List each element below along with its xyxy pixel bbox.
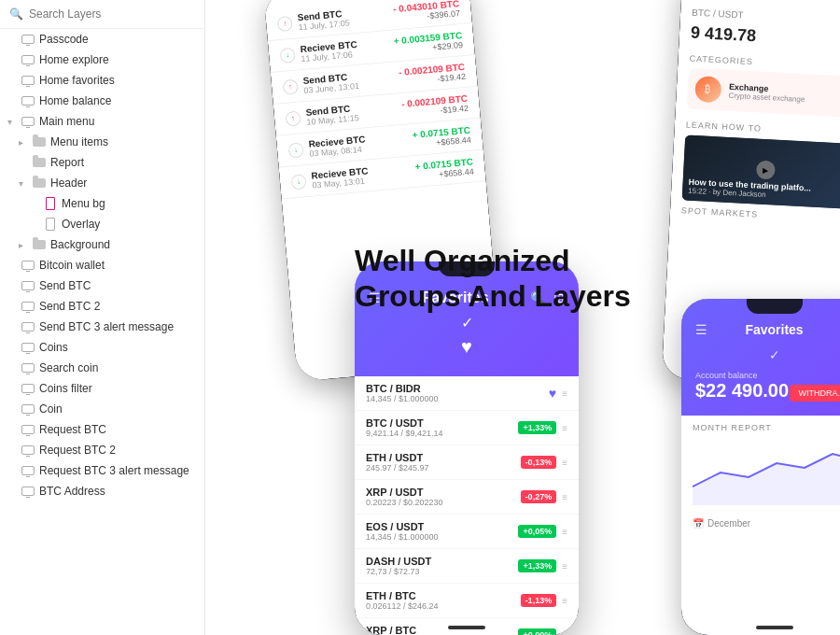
coin-value: 245.97 / $245.97 — [366, 463, 429, 473]
send-icon: ↑ — [282, 78, 298, 94]
calendar-icon: 📅 — [693, 518, 704, 529]
sidebar-item-send-btc[interactable]: Send BTC — [0, 275, 204, 296]
menu-lines-icon[interactable]: ≡ — [562, 458, 567, 468]
sidebar-item-request-btc-2[interactable]: Request BTC 2 — [0, 440, 204, 460]
verified-icon: ✓ — [461, 315, 473, 331]
coin-pair: EOS / USDT — [366, 521, 439, 532]
screen-icon — [21, 35, 35, 44]
folder-icon — [33, 137, 46, 147]
coin-row[interactable]: BTC / USDT9,421.14 / $9,421.14+1,33%≡ — [355, 411, 579, 445]
layer-label: Main menu — [39, 115, 94, 128]
sidebar-item-coin[interactable]: Coin — [0, 399, 204, 419]
coin-row[interactable]: ETH / USDT245.97 / $245.97-0,13%≡ — [355, 445, 579, 480]
categories-section: CATEGORIES ₿ Exchange Crypto asset excha… — [675, 48, 840, 123]
layer-label: Request BTC 3 alert message — [39, 464, 189, 477]
coin-value: 14,345 / $1.000000 — [366, 532, 439, 542]
coin-pair: BTC / BIDR — [366, 383, 439, 394]
phone4-screen: ☰ Favorites ✓ Account balance $22 490.00… — [681, 299, 840, 635]
sidebar-item-send-btc-2[interactable]: Send BTC 2 — [0, 296, 204, 317]
folder-icon — [33, 178, 46, 188]
send-icon: ↑ — [277, 15, 293, 31]
sidebar-item-menu-bg[interactable]: Menu bg — [0, 193, 204, 214]
favorites-title: Favorites — [745, 322, 803, 337]
sidebar-item-home-favorites[interactable]: Home favorites — [0, 70, 204, 91]
coin-row[interactable]: DASH / USDT72,73 / $72.73+1,33%≡ — [355, 549, 579, 584]
coin-pair: XRP / USDT — [366, 487, 443, 498]
phone2-content: ☰ Favorites 🔍 ⊞ ✓ ♥ BTC / BIDR14,345 / $… — [355, 261, 579, 635]
screen-icon — [21, 425, 35, 434]
sidebar-item-send-btc-3[interactable]: Send BTC 3 alert message — [0, 317, 204, 337]
sidebar-item-passcode[interactable]: Passcode — [0, 29, 204, 49]
sidebar-item-header[interactable]: ▾Header — [0, 173, 204, 193]
month-report-label: MONTH REPORT — [681, 416, 840, 440]
layer-label: Send BTC — [39, 279, 91, 292]
month-row: 📅 December — [681, 515, 840, 532]
menu-lines-icon[interactable]: ≡ — [562, 596, 567, 606]
heart-icon[interactable]: ♥ — [549, 386, 556, 401]
menu-lines-icon[interactable]: ≡ — [562, 561, 567, 572]
coin-pair: ETH / USDT — [366, 452, 429, 463]
coin-badge: +0,09% — [518, 628, 556, 635]
checkmark-icon: ✓ — [769, 347, 780, 362]
menu-lines-icon[interactable]: ≡ — [562, 423, 567, 433]
sidebar-item-bitcoin-wallet[interactable]: Bitcoin wallet — [0, 255, 204, 275]
sidebar-item-menu-items[interactable]: ▸Menu items — [0, 132, 204, 152]
coin-badge: -0,13% — [521, 456, 557, 469]
phones-container: ↑Send BTC11 July, 17:05- 0.043010 BTC-$3… — [205, 0, 840, 635]
sidebar-item-search-coin[interactable]: Search coin — [0, 358, 204, 378]
coin-row[interactable]: ETH / BTC0.026112 / $246.24-1,13%≡ — [355, 584, 579, 618]
search-input[interactable] — [29, 7, 195, 21]
exchange-icon: ₿ — [694, 76, 721, 103]
sidebar-item-main-menu[interactable]: ▾Main menu — [0, 111, 204, 132]
layer-label: Send BTC 2 — [39, 300, 100, 313]
sidebar-item-coins-filter[interactable]: Coins filter — [0, 378, 204, 399]
receive-icon: ↓ — [280, 47, 296, 63]
coin-row[interactable]: EOS / USDT14,345 / $1.000000+0,05%≡ — [355, 515, 579, 549]
sidebar-item-home-explore[interactable]: Home explore — [0, 49, 204, 70]
menu-lines-icon[interactable]: ≡ — [562, 527, 567, 537]
screen-icon — [21, 343, 35, 352]
phone4-home-bar — [756, 626, 793, 629]
screen-icon — [21, 281, 35, 290]
layer-label: Send BTC 3 alert message — [39, 320, 174, 333]
coin-value: 0.026112 / $246.24 — [366, 601, 439, 611]
coin-pair: DASH / USDT — [366, 556, 431, 567]
sidebar-item-home-balance[interactable]: Home balance — [0, 91, 204, 111]
balance-label: Account balance — [695, 371, 840, 380]
sidebar: 🔍 PasscodeHome exploreHome favoritesHome… — [0, 0, 205, 635]
exchange-card[interactable]: ₿ Exchange Crypto asset exchange — [687, 68, 840, 118]
coin-pair: ETH / BTC — [366, 590, 439, 601]
sidebar-item-coins[interactable]: Coins — [0, 337, 204, 358]
menu-icon[interactable]: ☰ — [695, 322, 707, 337]
layer-label: Request BTC — [39, 423, 106, 436]
phone-favorites: ☰ Favorites 🔍 ⊞ ✓ ♥ BTC / BIDR14,345 / $… — [355, 261, 579, 635]
sidebar-item-request-btc-3[interactable]: Request BTC 3 alert message — [0, 460, 204, 481]
chart-svg — [693, 440, 840, 505]
video-overlay: How to use the trading platfo... 15:22 ·… — [682, 134, 840, 208]
sidebar-item-btc-address[interactable]: BTC Address — [0, 481, 204, 501]
coin-row[interactable]: BTC / BIDR14,345 / $1.000000♥≡ — [355, 376, 579, 411]
menu-lines-icon[interactable]: ≡ — [562, 388, 567, 399]
coin-row[interactable]: XRP / USDT0.20223 / $0.202230-0,27%≡ — [355, 480, 579, 515]
layer-label: Header — [50, 176, 87, 190]
search-bar[interactable]: 🔍 — [0, 0, 204, 29]
withdraw-button[interactable]: WITHDRA... — [790, 385, 841, 402]
layer-label: Background — [50, 238, 110, 251]
screen-icon — [21, 445, 35, 455]
screen-icon — [21, 487, 35, 496]
menu-lines-icon[interactable]: ≡ — [562, 492, 567, 502]
sidebar-item-background[interactable]: ▸Background — [0, 234, 204, 255]
coin-value: 0.20223 / $0.202230 — [366, 498, 443, 507]
balance-value: $22 490.00 — [695, 380, 789, 402]
sidebar-item-request-btc[interactable]: Request BTC — [0, 419, 204, 440]
coin-badge: +0,05% — [518, 525, 556, 538]
layer-label: Passcode — [39, 33, 89, 46]
sidebar-item-report[interactable]: Report — [0, 152, 204, 173]
chevron-icon: ▸ — [19, 240, 28, 250]
chevron-icon: ▸ — [19, 137, 28, 148]
sidebar-item-overlay[interactable]: Overlay — [0, 214, 204, 234]
menu-lines-icon[interactable]: ≡ — [562, 630, 567, 636]
receive-icon: ↓ — [287, 142, 303, 158]
video-card[interactable]: ▶ How to use the trading platfo... 15:22… — [682, 134, 840, 208]
chevron-icon: ▾ — [7, 117, 17, 127]
